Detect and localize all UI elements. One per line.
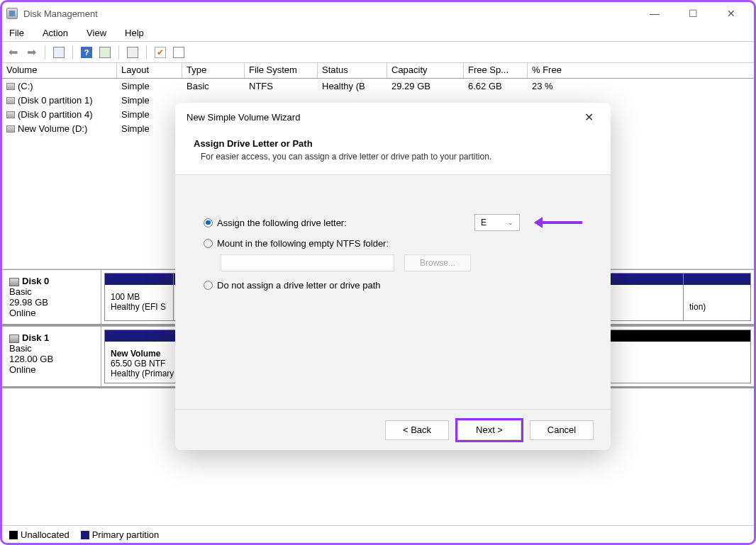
dialog-header: Assign Drive Letter or Path For easier a…	[175, 131, 611, 175]
toolbar-separator	[45, 45, 45, 60]
col-volume[interactable]: Volume	[2, 63, 117, 78]
menu-action[interactable]: Action	[40, 26, 71, 40]
dialog-heading: Assign Drive Letter or Path	[194, 138, 313, 149]
toolbar-action-icon[interactable]	[125, 45, 140, 60]
dialog-title: New Simple Volume Wizard	[187, 112, 300, 123]
toolbar-separator	[118, 45, 119, 60]
menu-file[interactable]: File	[6, 26, 27, 40]
menu-help[interactable]: Help	[122, 26, 147, 40]
titlebar: Disk Management — ☐ ✕	[2, 2, 754, 25]
toolbar-separator	[146, 45, 147, 60]
label-mount-folder: Mount in the following empty NTFS folder…	[217, 238, 389, 249]
browse-button: Browse...	[404, 254, 471, 271]
volume-icon	[6, 125, 15, 133]
mount-folder-input	[221, 254, 394, 271]
legend-unallocated: Unallocated	[9, 529, 70, 540]
annotation-arrow	[535, 221, 582, 224]
legend: Unallocated Primary partition	[2, 525, 754, 543]
cancel-button[interactable]: Cancel	[530, 420, 594, 440]
volume-icon	[6, 97, 15, 104]
option-no-letter[interactable]: Do not assign a drive letter or drive pa…	[204, 280, 582, 291]
col-status[interactable]: Status	[318, 63, 387, 78]
volume-row[interactable]: (C:) Simple Basic NTFS Healthy (B 29.29 …	[2, 79, 754, 93]
minimize-button[interactable]: —	[642, 5, 667, 22]
dialog-titlebar: New Simple Volume Wizard ✕	[175, 103, 611, 131]
label-assign-letter: Assign the following drive letter:	[217, 218, 347, 228]
col-pct-free[interactable]: % Free	[528, 63, 599, 78]
option-assign-letter[interactable]: Assign the following drive letter: E ⌄	[204, 214, 582, 231]
toolbar-help-icon[interactable]: ?	[79, 45, 94, 60]
disk-icon	[9, 335, 19, 343]
swatch-primary	[81, 531, 89, 539]
maximize-button[interactable]: ☐	[680, 5, 706, 22]
window-title: Disk Management	[23, 9, 98, 19]
radio-no-letter[interactable]	[204, 281, 213, 290]
disk-1-label[interactable]: Disk 1 Basic 128.00 GB Online	[2, 327, 101, 386]
window-controls: — ☐ ✕	[642, 5, 750, 22]
col-filesystem[interactable]: File System	[245, 63, 318, 78]
new-simple-volume-wizard: New Simple Volume Wizard ✕ Assign Drive …	[175, 103, 611, 450]
menu-view[interactable]: View	[84, 26, 109, 40]
disk-0-partition-1[interactable]: 100 MB Healthy (EFI S	[104, 273, 174, 321]
radio-mount-folder[interactable]	[204, 239, 213, 248]
toolbar-view-icon[interactable]	[51, 45, 67, 60]
nav-forward-icon[interactable]	[23, 45, 39, 60]
radio-assign-letter[interactable]	[204, 218, 213, 227]
nav-back-icon[interactable]	[5, 45, 21, 60]
label-no-letter: Do not assign a drive letter or drive pa…	[217, 280, 381, 291]
option-mount-folder[interactable]: Mount in the following empty NTFS folder…	[204, 238, 582, 249]
toolbar-separator	[72, 45, 73, 60]
menubar: File Action View Help	[2, 25, 754, 42]
legend-primary: Primary partition	[81, 529, 160, 540]
volume-icon	[6, 111, 15, 118]
dialog-body: Assign the following drive letter: E ⌄ M…	[175, 175, 611, 312]
back-button[interactable]: < Back	[385, 420, 449, 440]
dialog-close-icon[interactable]: ✕	[578, 111, 599, 124]
volume-icon	[6, 83, 15, 90]
disk-icon	[9, 278, 19, 286]
disk-0-partition-tail[interactable]: tion)	[683, 273, 751, 321]
volume-header-row: Volume Layout Type File System Status Ca…	[2, 63, 754, 79]
col-layout[interactable]: Layout	[117, 63, 182, 78]
col-free-space[interactable]: Free Sp...	[464, 63, 528, 78]
col-capacity[interactable]: Capacity	[387, 63, 464, 78]
app-icon	[6, 8, 18, 19]
toolbar-check-icon[interactable]: ✔	[152, 45, 168, 60]
chevron-down-icon: ⌄	[508, 219, 513, 226]
swatch-unallocated	[9, 531, 18, 539]
toolbar-list-icon[interactable]	[171, 45, 187, 60]
toolbar: ? ✔	[2, 42, 754, 63]
dialog-subheading: For easier access, you can assign a driv…	[194, 152, 592, 162]
disk-0-label[interactable]: Disk 0 Basic 29.98 GB Online	[2, 270, 101, 324]
col-type[interactable]: Type	[182, 63, 245, 78]
dialog-footer: < Back Next > Cancel	[175, 409, 611, 450]
drive-letter-select[interactable]: E ⌄	[474, 214, 520, 231]
close-button[interactable]: ✕	[718, 5, 744, 22]
toolbar-refresh-icon[interactable]	[97, 45, 113, 60]
next-button[interactable]: Next >	[457, 420, 521, 440]
